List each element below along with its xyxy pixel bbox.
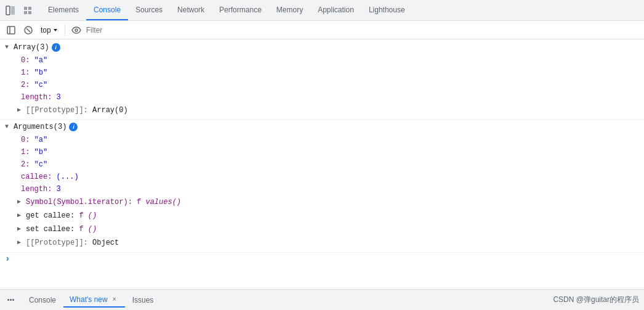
- filter-toolbar: top: [0, 21, 644, 39]
- tab-sources[interactable]: Sources: [128, 0, 170, 20]
- args-item-1: 1: "b": [0, 146, 644, 158]
- array-section: Array(3) i 0: "a" 1: "b" 2: "c" length: …: [0, 41, 644, 120]
- svg-rect-0: [6, 6, 10, 15]
- array-triangle[interactable]: [5, 42, 14, 53]
- args-length: length: 3: [0, 183, 644, 195]
- array-item-1: 1: "b": [0, 67, 644, 79]
- context-label: top: [41, 26, 51, 35]
- settings-button[interactable]: [20, 2, 36, 18]
- tab-application[interactable]: Application: [310, 0, 361, 20]
- prompt-arrow: ›: [5, 254, 10, 264]
- bottom-bar-left: Console What's new × Issues: [5, 293, 159, 308]
- args-prototype-row[interactable]: [[Prototype]]: Object: [0, 236, 644, 250]
- tab-performance[interactable]: Performance: [212, 0, 269, 20]
- toolbar-icons: [2, 2, 36, 18]
- args-get-callee-row[interactable]: get callee: f (): [0, 209, 644, 222]
- bottom-bar: Console What's new × Issues CSDN @弹guita…: [0, 289, 644, 310]
- svg-point-6: [75, 29, 78, 31]
- svg-rect-2: [7, 27, 15, 34]
- context-selector[interactable]: top: [38, 25, 61, 36]
- arguments-label: Arguments(3): [14, 121, 66, 133]
- array-item-0: 0: "a": [0, 54, 644, 67]
- filter-input[interactable]: [86, 26, 640, 35]
- tab-lighthouse[interactable]: Lighthouse: [361, 0, 413, 20]
- args-set-callee-row[interactable]: set callee: f (): [0, 222, 644, 236]
- arguments-header-row[interactable]: Arguments(3) i: [0, 120, 644, 134]
- bottom-tab-console[interactable]: Console: [23, 293, 62, 307]
- prompt-row: ›: [0, 253, 644, 265]
- array-length: length: 3: [0, 91, 644, 104]
- svg-rect-1: [11, 6, 15, 15]
- divider: [65, 24, 65, 36]
- args-item-0: 0: "a": [0, 134, 644, 146]
- symbol-triangle[interactable]: [17, 197, 26, 208]
- args-callee: callee: (...): [0, 171, 644, 183]
- console-output: Array(3) i 0: "a" 1: "b" 2: "c" length: …: [0, 39, 644, 289]
- array-header-row[interactable]: Array(3) i: [0, 41, 644, 54]
- arguments-section: Arguments(3) i 0: "a" 1: "b" 2: "c" call…: [0, 120, 644, 253]
- top-toolbar: Elements Console Sources Network Perform…: [0, 0, 644, 21]
- tab-console[interactable]: Console: [86, 0, 128, 20]
- bottom-tab-whats-new[interactable]: What's new ×: [63, 293, 125, 308]
- arguments-info-icon[interactable]: i: [69, 123, 78, 131]
- sidebar-toggle-button[interactable]: [4, 23, 18, 38]
- args-item-2: 2: "c": [0, 158, 644, 171]
- array-info-icon[interactable]: i: [52, 43, 60, 52]
- nav-tabs: Elements Console Sources Network Perform…: [41, 0, 642, 20]
- tab-memory[interactable]: Memory: [269, 0, 310, 20]
- array-item-2: 2: "c": [0, 79, 644, 91]
- eye-button[interactable]: [69, 23, 84, 38]
- arguments-triangle[interactable]: [5, 121, 14, 133]
- more-tools-button[interactable]: [5, 296, 17, 303]
- array-label: Array(3): [14, 42, 49, 53]
- args-symbol-row[interactable]: Symbol(Symbol.iterator): f values(): [0, 195, 644, 209]
- tab-elements[interactable]: Elements: [41, 0, 86, 20]
- dock-button[interactable]: [2, 2, 18, 18]
- args-proto-triangle[interactable]: [17, 237, 26, 248]
- svg-line-5: [26, 28, 30, 32]
- watermark: CSDN @弹guitar的程序员: [553, 295, 639, 305]
- close-whats-new-button[interactable]: ×: [110, 295, 119, 304]
- clear-console-button[interactable]: [21, 23, 36, 38]
- set-callee-triangle[interactable]: [17, 224, 26, 235]
- array-prototype-row[interactable]: [[Prototype]]: Array(0): [0, 104, 644, 117]
- prototype-triangle[interactable]: [17, 105, 26, 116]
- get-callee-triangle[interactable]: [17, 210, 26, 221]
- bottom-tab-issues[interactable]: Issues: [126, 293, 160, 307]
- tab-network[interactable]: Network: [170, 0, 212, 20]
